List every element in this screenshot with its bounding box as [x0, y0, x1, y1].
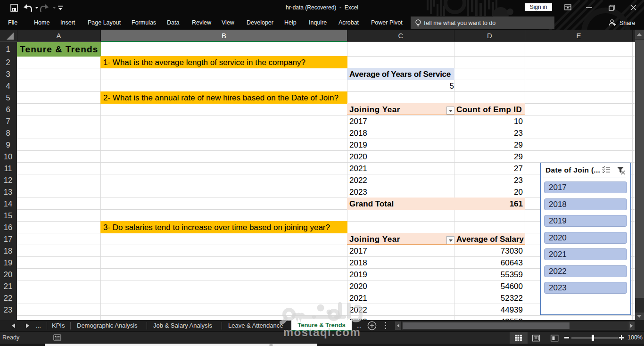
svg-text:mostaql.com: mostaql.com	[283, 326, 361, 338]
